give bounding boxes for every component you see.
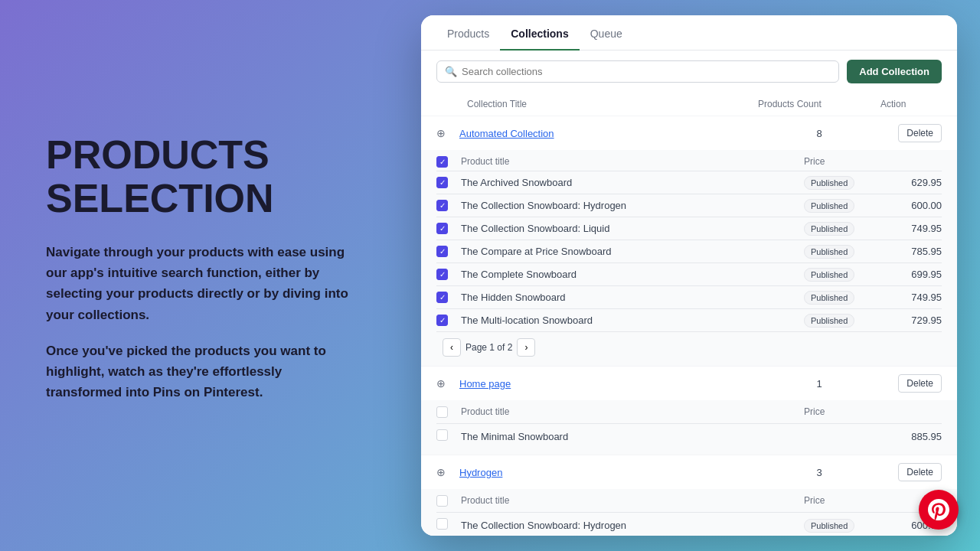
tab-collections[interactable]: Collections [500,15,579,51]
search-input[interactable] [462,66,831,77]
collection-link-homepage[interactable]: Home page [459,378,758,390]
product-checkbox[interactable]: ✓ [436,200,448,211]
collection-row-hydrogen: ⊕ Hydrogen 3 Delete Product title Price … [421,455,957,536]
price-col: Price [804,156,880,168]
table-row: The Collection Snowboard: Hydrogen Publi… [436,513,942,536]
product-checkbox[interactable]: ✓ [436,315,448,326]
collection-row-automated: ⊕ Automated Collection 8 Delete ✓ Produc… [421,116,957,367]
collection-link-automated[interactable]: Automated Collection [459,128,758,139]
collection-row-homepage: ⊕ Home page 1 Delete Product title Price… [421,367,957,455]
page-info: Page 1 of 2 [466,342,512,353]
next-page-button[interactable]: › [517,338,535,357]
expand-icon-homepage[interactable]: ⊕ [436,377,459,390]
product-name: The Multi-location Snowboard [461,315,804,326]
toolbar: 🔍 Add Collection [421,51,957,93]
tab-queue[interactable]: Queue [580,15,633,51]
table-row: ✓ The Hidden Snowboard Published 749.95 [436,286,942,309]
product-price: 749.95 [880,292,942,303]
select-all-checkbox-hydrogen[interactable] [436,495,448,507]
product-checkbox[interactable] [436,429,448,441]
product-price: 729.95 [880,315,942,326]
product-price: 885.95 [880,431,942,442]
product-checkbox[interactable]: ✓ [436,292,448,303]
product-name: The Collection Snowboard: Hydrogen [461,520,804,531]
collection-header-homepage: ⊕ Home page 1 Delete [421,367,957,400]
product-checkbox[interactable]: ✓ [436,223,448,234]
product-name: The Minimal Snowboard [461,431,804,442]
right-panel: Products Collections Queue 🔍 Add Collect… [398,0,980,551]
price-col: Price [804,406,880,420]
delete-button-homepage[interactable]: Delete [898,374,942,393]
collection-header-hydrogen: ⊕ Hydrogen 3 Delete [421,455,957,489]
product-title-col: Product title [461,495,804,509]
product-price: 629.95 [880,177,942,188]
collection-link-hydrogen[interactable]: Hydrogen [459,467,758,478]
table-row: ✓ The Compare at Price Snowboard Publish… [436,240,942,263]
collection-header-automated: ⊕ Automated Collection 8 Delete [421,116,957,150]
hero-title: PRODUCTS SELECTION [46,133,352,220]
table-row: ✓ The Collection Snowboard: Hydrogen Pub… [436,194,942,217]
search-icon: 🔍 [445,66,457,77]
product-checkbox[interactable]: ✓ [436,269,448,280]
product-name: The Collection Snowboard: Liquid [461,223,804,234]
product-name: The Archived Snowboard [461,177,804,188]
collection-count-hydrogen: 3 [758,467,880,478]
product-name: The Compare at Price Snowboard [461,246,804,257]
status-badge: Published [804,519,854,533]
select-all-checkbox-homepage[interactable] [436,406,448,418]
product-checkbox[interactable]: ✓ [436,177,448,188]
products-table-header-hydrogen: Product title Price [436,489,942,513]
pagination-automated: ‹ Page 1 of 2 › [436,332,942,360]
products-table-hydrogen: Product title Price The Collection Snowb… [421,489,957,536]
content-area: ⊕ Automated Collection 8 Delete ✓ Produc… [421,116,957,536]
col-count-header: Products Count [758,99,880,109]
product-price: 699.95 [880,269,942,280]
table-row: ✓ The Archived Snowboard Published 629.9… [436,171,942,194]
products-table-automated: ✓ Product title Price ✓ The Archived Sno… [421,150,957,366]
select-all-checkbox-automated[interactable]: ✓ [436,156,448,168]
product-name: The Hidden Snowboard [461,292,804,303]
delete-button-automated[interactable]: Delete [898,124,942,142]
table-row: ✓ The Complete Snowboard Published 699.9… [436,263,942,286]
col-title-header: Collection Title [467,99,758,109]
product-title-col: Product title [461,406,804,420]
status-badge: Published [804,268,854,282]
product-name: The Complete Snowboard [461,269,804,280]
expand-icon-automated[interactable]: ⊕ [436,127,459,139]
expand-icon-hydrogen[interactable]: ⊕ [436,466,459,478]
add-collection-button[interactable]: Add Collection [847,60,942,83]
tab-products[interactable]: Products [436,15,500,51]
prev-page-button[interactable]: ‹ [443,338,461,357]
pinterest-button[interactable] [919,490,959,530]
products-table-header-homepage: Product title Price [436,400,942,424]
table-row: The Minimal Snowboard 885.95 [436,424,942,448]
collection-count-homepage: 1 [758,378,880,390]
status-badge: Published [804,176,854,190]
product-name: The Collection Snowboard: Hydrogen [461,200,804,211]
status-badge: Published [804,245,854,259]
product-price: 785.95 [880,246,942,257]
product-checkbox[interactable] [436,518,448,530]
status-badge: Published [804,314,854,328]
col-action-header: Action [880,99,942,109]
tabs-bar: Products Collections Queue [421,15,957,51]
desc1: Navigate through your products with ease… [46,242,352,325]
status-badge: Published [804,291,854,305]
table-row: ✓ The Collection Snowboard: Liquid Publi… [436,217,942,240]
app-window: Products Collections Queue 🔍 Add Collect… [421,15,957,536]
products-table-header-automated: ✓ Product title Price [436,150,942,171]
price-col: Price [804,495,880,509]
product-price: 600.00 [880,200,942,211]
delete-button-hydrogen[interactable]: Delete [898,463,942,481]
desc2: Once you've picked the products you want… [46,341,352,403]
product-price: 749.95 [880,223,942,234]
product-title-col: Product title [461,156,804,168]
table-header: Collection Title Products Count Action [421,93,957,116]
search-box[interactable]: 🔍 [436,60,839,83]
products-table-homepage: Product title Price The Minimal Snowboar… [421,400,957,455]
status-badge: Published [804,199,854,213]
table-row: ✓ The Multi-location Snowboard Published… [436,309,942,332]
status-badge: Published [804,222,854,236]
product-checkbox[interactable]: ✓ [436,246,448,257]
collection-count-automated: 8 [758,128,880,139]
